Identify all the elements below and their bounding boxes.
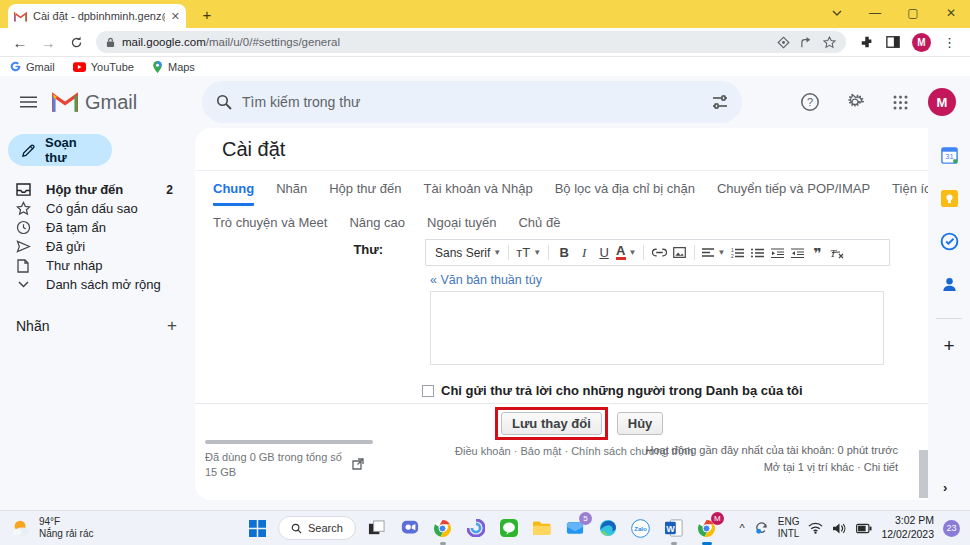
forward-icon[interactable]: → — [36, 30, 60, 54]
tab-forwarding[interactable]: Chuyển tiếp và POP/IMAP — [717, 181, 870, 206]
loop-app-icon[interactable] — [464, 516, 488, 540]
main-menu-icon[interactable] — [8, 82, 48, 122]
help-icon[interactable]: ? — [793, 85, 827, 119]
side-panel-collapse-icon[interactable]: › — [943, 480, 947, 495]
window-close-button[interactable]: ✕ — [932, 0, 970, 28]
tasks-icon[interactable] — [936, 228, 962, 254]
tab-search-icon[interactable] — [818, 0, 856, 28]
italic-button[interactable]: I — [576, 243, 592, 263]
settings-gear-icon[interactable] — [838, 85, 872, 119]
share-icon[interactable] — [800, 36, 813, 49]
zalo-app-icon[interactable]: Zalo — [629, 516, 653, 540]
tab-general[interactable]: Chung — [213, 181, 254, 206]
file-explorer-icon[interactable] — [530, 516, 554, 540]
back-icon[interactable]: ← — [8, 30, 32, 54]
remove-formatting-icon[interactable]: T — [829, 243, 845, 263]
clock-widget[interactable]: 3:02 PM 12/02/2023 — [881, 514, 934, 541]
reload-icon[interactable] — [64, 30, 88, 54]
contacts-icon[interactable] — [936, 271, 962, 297]
sidebar-item-starred[interactable]: Có gắn dấu sao — [0, 199, 195, 218]
insert-link-icon[interactable] — [651, 243, 667, 263]
keep-icon[interactable] — [936, 185, 962, 211]
extensions-puzzle-icon[interactable] — [860, 35, 874, 49]
bold-button[interactable]: B — [556, 243, 572, 263]
preview-icon[interactable] — [777, 36, 790, 49]
chrome-active-icon[interactable]: M — [695, 516, 719, 540]
bulleted-list-icon[interactable] — [749, 243, 765, 263]
tab-close-icon[interactable]: ✕ — [171, 10, 180, 23]
google-apps-icon[interactable] — [883, 85, 917, 119]
open-in-new-icon[interactable] — [352, 458, 364, 470]
volume-icon[interactable] — [832, 522, 847, 535]
sidebar-item-drafts[interactable]: Thư nháp — [0, 256, 195, 275]
plain-text-link[interactable]: « Văn bản thuần túy — [430, 273, 542, 287]
tab-advanced[interactable]: Nâng cao — [349, 215, 405, 237]
notification-count-badge[interactable]: 23 — [943, 520, 960, 537]
tab-offline[interactable]: Ngoại tuyến — [427, 215, 496, 237]
browser-tab[interactable]: Cài đặt - dpbinhminh.genz@gma ✕ — [8, 4, 186, 28]
scrollbar-thumb[interactable] — [919, 450, 928, 498]
indent-icon[interactable] — [789, 243, 805, 263]
onedrive-sync-icon[interactable] — [754, 521, 769, 535]
tray-expand-icon[interactable]: ^ — [740, 522, 745, 534]
chrome-profile1-icon[interactable] — [431, 516, 455, 540]
numbered-list-icon[interactable]: 12 — [729, 243, 745, 263]
tab-filters[interactable]: Bộ lọc và địa chỉ bị chặn — [555, 181, 695, 206]
window-maximize-button[interactable]: ▢ — [894, 0, 932, 28]
underline-button[interactable]: U — [596, 243, 612, 263]
tab-accounts[interactable]: Tài khoản và Nhập — [424, 181, 533, 206]
activity-line2[interactable]: Mở tại 1 vị trí khác · Chi tiết — [646, 459, 898, 476]
search-input[interactable] — [242, 94, 702, 110]
add-label-icon[interactable]: + — [167, 316, 177, 336]
taskbar-weather-widget[interactable]: 94°F Nắng rải rác — [0, 516, 245, 541]
address-bar[interactable]: mail.google.com/mail/u/0/#settings/gener… — [96, 31, 846, 53]
bookmark-youtube[interactable]: YouTube — [73, 61, 134, 73]
quote-icon[interactable]: ❞ — [809, 243, 825, 263]
contacts-only-row: Chỉ gửi thư trả lời cho những người tron… — [422, 383, 803, 398]
get-addons-icon[interactable]: + — [943, 335, 954, 357]
tab-chat-meet[interactable]: Trò chuyện và Meet — [213, 215, 327, 237]
edge-app-icon[interactable] — [596, 516, 620, 540]
line-app-icon[interactable] — [497, 516, 521, 540]
tab-labels[interactable]: Nhãn — [276, 181, 307, 206]
battery-icon[interactable] — [856, 523, 872, 534]
search-filter-icon[interactable] — [712, 95, 728, 109]
browser-menu-icon[interactable]: ⋮ — [943, 35, 956, 50]
text-color-button[interactable]: A▼ — [616, 243, 636, 263]
bookmark-maps[interactable]: Maps — [152, 61, 195, 73]
insert-image-icon[interactable] — [671, 243, 687, 263]
mail-app-icon[interactable]: 5 — [563, 516, 587, 540]
contacts-only-checkbox[interactable] — [422, 385, 434, 397]
bookmark-star-icon[interactable] — [823, 36, 836, 49]
font-size-button[interactable]: ᴛT▼ — [516, 243, 541, 263]
sidebar-item-inbox[interactable]: Hộp thư đến 2 — [0, 180, 195, 199]
align-button[interactable]: ▼ — [702, 243, 725, 263]
browser-profile-avatar[interactable]: M — [912, 33, 931, 52]
word-app-icon[interactable]: W — [662, 516, 686, 540]
taskbar-search[interactable]: Search — [278, 516, 356, 540]
font-family-select[interactable]: Sans Serif▼ — [435, 243, 501, 263]
gmail-logo[interactable]: Gmail — [52, 91, 162, 114]
sidebar-item-snoozed[interactable]: Đã tạm ẩn — [0, 218, 195, 237]
search-bar[interactable] — [202, 81, 742, 123]
search-icon[interactable] — [216, 94, 232, 110]
start-button[interactable] — [245, 516, 269, 540]
signature-textarea[interactable] — [430, 291, 884, 365]
window-minimize-button[interactable]: — — [856, 0, 894, 28]
chat-app-icon[interactable] — [398, 516, 422, 540]
sidebar-item-sent[interactable]: Đã gửi — [0, 237, 195, 256]
calendar-icon[interactable]: 31 — [936, 142, 962, 168]
account-avatar[interactable]: M — [928, 88, 956, 116]
svg-text:31: 31 — [945, 152, 953, 161]
sidebar-item-more[interactable]: Danh sách mở rộng — [0, 275, 195, 294]
language-indicator[interactable]: ENG INTL — [778, 516, 800, 540]
compose-button[interactable]: Soạn thư — [8, 134, 112, 166]
new-tab-button[interactable]: + — [196, 5, 218, 27]
side-panel-icon[interactable] — [886, 35, 900, 49]
outdent-icon[interactable] — [769, 243, 785, 263]
tab-themes[interactable]: Chủ đề — [518, 215, 560, 237]
wifi-icon[interactable] — [808, 522, 823, 534]
bookmark-gmail[interactable]: Gmail — [10, 61, 55, 73]
tab-inbox[interactable]: Hộp thư đến — [329, 181, 401, 206]
task-view-icon[interactable] — [365, 516, 389, 540]
